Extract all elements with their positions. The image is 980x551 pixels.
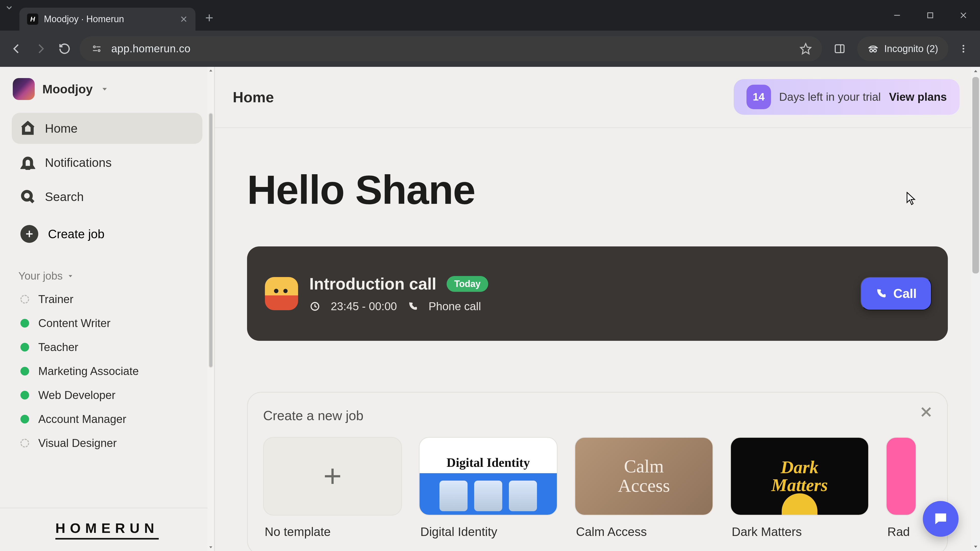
job-item[interactable]: Teacher: [0, 335, 214, 359]
panel-close-button[interactable]: [919, 405, 933, 419]
home-icon: [21, 121, 35, 136]
job-item[interactable]: Content Writer: [0, 311, 214, 335]
job-item[interactable]: Account Manager: [0, 407, 214, 431]
chat-widget-button[interactable]: [923, 501, 959, 537]
svg-point-21: [963, 51, 964, 52]
page-header: Home 14 Days left in your trial View pla…: [215, 67, 980, 128]
workspace-switcher[interactable]: Moodjoy: [0, 67, 214, 110]
job-item[interactable]: Visual Designer: [0, 431, 214, 455]
template-card-digital-identity[interactable]: Digital Identity Digital Identity: [419, 437, 558, 539]
phone-icon: [875, 288, 886, 299]
trial-text: Days left in your trial: [779, 91, 881, 103]
incognito-indicator[interactable]: Incognito (2): [857, 37, 948, 61]
sidebar-item-search[interactable]: Search: [12, 181, 202, 212]
scrollbar-thumb[interactable]: [208, 113, 213, 368]
template-label: Rad: [886, 516, 916, 539]
upcoming-event-card[interactable]: Introduction call Today 23:45 - 00:00 Ph…: [247, 246, 948, 341]
sidebar-item-label: Search: [45, 190, 84, 204]
tab-title: Moodjoy · Homerun: [44, 14, 174, 24]
call-button[interactable]: Call: [861, 277, 932, 310]
scrollbar-thumb[interactable]: [972, 77, 979, 273]
browser-forward-button[interactable]: [32, 40, 49, 58]
template-card-dark-matters[interactable]: DarkMatters Dark Matters: [730, 437, 869, 539]
workspace-name: Moodjoy: [42, 82, 93, 96]
scroll-up-arrow-icon[interactable]: [207, 67, 214, 75]
sidebar-item-home[interactable]: Home: [12, 113, 202, 144]
template-card-blank[interactable]: No template: [263, 437, 402, 539]
trial-banner: 14 Days left in your trial View plans: [734, 79, 959, 115]
new-tab-button[interactable]: [204, 13, 215, 23]
sidebar-item-label: Notifications: [45, 156, 111, 170]
template-label: Dark Matters: [730, 516, 869, 539]
jobs-section-label: Your jobs: [18, 270, 63, 282]
scroll-up-arrow-icon[interactable]: [971, 67, 980, 76]
workspace-avatar: [13, 78, 35, 100]
tabs-dropdown-button[interactable]: [2, 0, 17, 15]
sidebar-scrollbar[interactable]: [207, 67, 214, 551]
template-thumb-title: Digital Identity: [420, 455, 557, 470]
status-dot-live: [21, 391, 29, 400]
clock-icon: [309, 301, 321, 312]
template-card-partial[interactable]: Rad: [886, 437, 916, 539]
homerun-logo[interactable]: HOMERUN: [56, 520, 159, 540]
candidate-avatar: [265, 277, 298, 310]
window-minimize-button[interactable]: [880, 0, 914, 30]
browser-reload-button[interactable]: [56, 40, 73, 58]
window-close-button[interactable]: [947, 0, 980, 30]
jobs-list: Trainer Content Writer Teacher Marketing…: [0, 287, 214, 455]
svg-rect-13: [835, 45, 844, 53]
template-label: Calm Access: [574, 516, 713, 539]
job-label: Web Developer: [38, 389, 115, 402]
event-time: 23:45 - 00:00: [331, 300, 397, 313]
browser-address-bar[interactable]: app.homerun.co: [80, 36, 822, 61]
job-item[interactable]: Trainer: [0, 287, 214, 311]
job-item[interactable]: Marketing Associate: [0, 359, 214, 383]
svg-point-16: [870, 49, 873, 52]
browser-menu-button[interactable]: [955, 44, 972, 54]
brand-footer: HOMERUN: [0, 508, 214, 551]
status-dot-live: [21, 319, 29, 327]
template-thumb[interactable]: CalmAccess: [574, 437, 713, 516]
site-settings-icon[interactable]: [90, 42, 103, 56]
view-plans-link[interactable]: View plans: [889, 91, 947, 103]
page-title: Home: [233, 89, 274, 106]
status-dot-live: [21, 343, 29, 351]
create-job-label: Create job: [48, 227, 104, 241]
status-dot-live: [21, 415, 29, 424]
create-job-panel-title: Create a new job: [263, 408, 947, 423]
svg-point-20: [963, 48, 964, 50]
browser-back-button[interactable]: [8, 40, 25, 58]
svg-marker-29: [209, 546, 212, 548]
browser-tab-active[interactable]: H Moodjoy · Homerun: [19, 8, 196, 30]
job-item[interactable]: Web Developer: [0, 383, 214, 407]
svg-marker-35: [974, 70, 977, 72]
template-thumb[interactable]: DarkMatters: [730, 437, 869, 516]
template-thumb[interactable]: [886, 437, 916, 516]
sidebar-item-notifications[interactable]: Notifications: [12, 147, 202, 178]
call-button-label: Call: [893, 286, 917, 301]
tab-close-button[interactable]: [180, 15, 188, 23]
jobs-section-header[interactable]: Your jobs: [0, 249, 214, 287]
incognito-label: Incognito (2): [884, 43, 938, 54]
template-thumb[interactable]: [263, 437, 402, 516]
job-label: Trainer: [38, 293, 73, 306]
job-label: Content Writer: [38, 317, 110, 330]
side-panel-button[interactable]: [828, 37, 851, 60]
scroll-down-arrow-icon[interactable]: [207, 543, 214, 551]
window-maximize-button[interactable]: [914, 0, 947, 30]
sidebar-nav: Home Notifications Search: [0, 110, 214, 212]
template-label: No template: [263, 516, 402, 539]
page-scrollbar[interactable]: [971, 67, 980, 551]
browser-titlebar: H Moodjoy · Homerun: [0, 0, 980, 30]
template-card-calm-access[interactable]: CalmAccess Calm Access: [574, 437, 713, 539]
svg-marker-22: [103, 88, 107, 91]
bookmark-star-icon[interactable]: [800, 43, 812, 55]
incognito-icon: [867, 43, 879, 54]
svg-point-10: [98, 50, 100, 52]
template-thumb[interactable]: Digital Identity: [419, 437, 558, 516]
template-cards: No template Digital Identity Digital Ide…: [263, 437, 947, 539]
scroll-down-arrow-icon[interactable]: [971, 542, 980, 551]
template-thumb-title: CalmAccess: [618, 457, 670, 495]
status-dot-draft: [21, 295, 29, 303]
create-job-button[interactable]: Create job: [12, 218, 202, 249]
